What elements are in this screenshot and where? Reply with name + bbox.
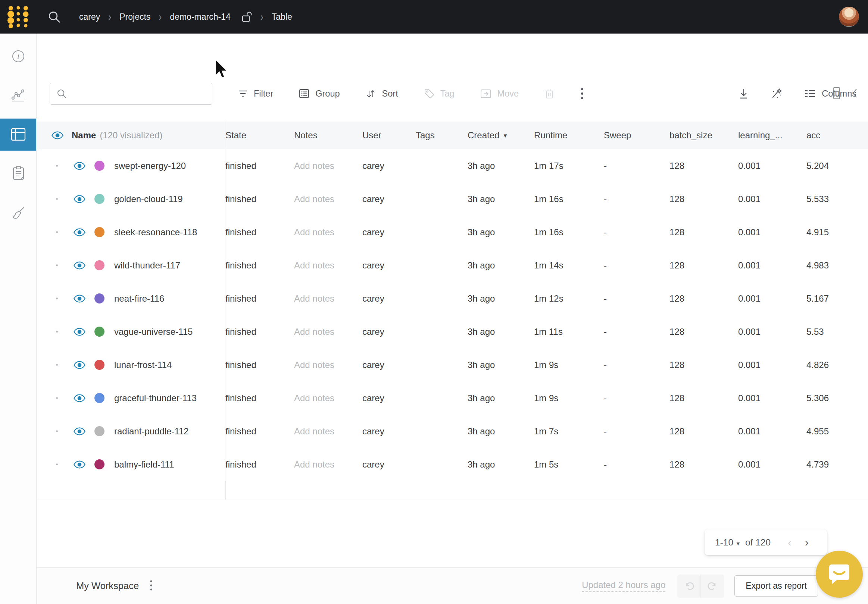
visibility-eye-icon[interactable] — [73, 328, 85, 336]
run-name[interactable]: lunar-frost-114 — [114, 360, 172, 370]
batch-size-column-header[interactable]: batch_size — [670, 130, 738, 141]
export-as-report-button[interactable]: Export as report — [735, 575, 818, 596]
run-name[interactable]: neat-fire-116 — [114, 294, 164, 304]
run-color-dot[interactable] — [95, 194, 104, 204]
filter-button[interactable]: Filter — [238, 89, 273, 99]
auto-columns-button[interactable] — [770, 87, 783, 100]
table-row[interactable]: wild-thunder-117 finished Add notes care… — [37, 249, 868, 282]
name-column-header[interactable]: Name (120 visualized) — [37, 122, 225, 149]
delete-button[interactable] — [544, 88, 555, 100]
run-add-notes[interactable]: Add notes — [294, 161, 362, 171]
run-name[interactable]: radiant-puddle-112 — [114, 426, 189, 437]
table-row[interactable]: vague-universe-115 finished Add notes ca… — [37, 315, 868, 348]
runs-search-box[interactable] — [50, 83, 212, 105]
table-row[interactable]: sleek-resonance-118 finished Add notes c… — [37, 216, 868, 249]
notes-column-header[interactable]: Notes — [294, 130, 362, 141]
run-add-notes[interactable]: Add notes — [294, 459, 362, 470]
run-color-dot[interactable] — [95, 294, 104, 303]
run-user[interactable]: carey — [362, 194, 416, 204]
table-row[interactable]: neat-fire-116 finished Add notes carey 3… — [37, 282, 868, 315]
run-name[interactable]: swept-energy-120 — [114, 161, 186, 171]
visibility-eye-icon[interactable] — [73, 427, 85, 436]
undo-button[interactable] — [677, 575, 701, 598]
drag-handle-dot[interactable] — [56, 165, 58, 167]
sort-button[interactable]: Sort — [365, 88, 398, 99]
visibility-eye-icon[interactable] — [51, 131, 64, 139]
breadcrumb-page[interactable]: Table — [272, 12, 292, 22]
run-name[interactable]: vague-universe-115 — [114, 327, 192, 337]
run-add-notes[interactable]: Add notes — [294, 294, 362, 304]
runtime-column-header[interactable]: Runtime — [534, 130, 604, 141]
drag-handle-dot[interactable] — [56, 397, 58, 399]
visibility-eye-icon[interactable] — [73, 460, 85, 469]
workspace-menu-button[interactable] — [149, 579, 153, 593]
visibility-eye-icon[interactable] — [73, 261, 85, 270]
user-column-header[interactable]: User — [362, 130, 416, 141]
run-add-notes[interactable]: Add notes — [294, 327, 362, 337]
drag-handle-dot[interactable] — [56, 231, 58, 233]
run-add-notes[interactable]: Add notes — [294, 227, 362, 238]
user-avatar[interactable] — [839, 7, 859, 27]
previous-page-chevron-icon[interactable]: ‹ — [788, 536, 792, 549]
next-page-chevron-icon[interactable]: › — [805, 536, 809, 549]
run-name[interactable]: graceful-thunder-113 — [114, 393, 197, 403]
run-user[interactable]: carey — [362, 426, 416, 437]
run-color-dot[interactable] — [95, 227, 104, 237]
run-color-dot[interactable] — [95, 327, 104, 337]
run-user[interactable]: carey — [362, 227, 416, 238]
columns-button[interactable]: Columns — [804, 88, 856, 99]
run-user[interactable]: carey — [362, 161, 416, 171]
run-color-dot[interactable] — [95, 459, 104, 470]
run-color-dot[interactable] — [95, 161, 104, 171]
run-name[interactable]: golden-cloud-119 — [114, 194, 183, 204]
run-user[interactable]: carey — [362, 360, 416, 370]
redo-button[interactable] — [701, 575, 724, 598]
move-button[interactable]: Move — [480, 88, 519, 99]
visibility-eye-icon[interactable] — [73, 228, 85, 236]
tag-button[interactable]: Tag — [423, 88, 454, 99]
drag-handle-dot[interactable] — [56, 463, 58, 465]
run-name[interactable]: wild-thunder-117 — [114, 260, 180, 271]
table-row[interactable]: graceful-thunder-113 finished Add notes … — [37, 382, 868, 415]
tags-column-header[interactable]: Tags — [416, 130, 468, 141]
drag-handle-dot[interactable] — [56, 331, 58, 332]
breadcrumb-entity[interactable]: carey — [79, 12, 100, 22]
table-row[interactable]: balmy-field-111 finished Add notes carey… — [37, 448, 868, 481]
global-search-button[interactable] — [47, 10, 61, 24]
visibility-eye-icon[interactable] — [73, 361, 85, 369]
table-row[interactable]: lunar-frost-114 finished Add notes carey… — [37, 348, 868, 382]
table-row[interactable]: golden-cloud-119 finished Add notes care… — [37, 182, 868, 216]
run-color-dot[interactable] — [95, 426, 104, 436]
last-updated-label[interactable]: Updated 2 hours ago — [582, 580, 665, 592]
group-button[interactable]: Group — [299, 88, 339, 99]
wandb-logo[interactable] — [0, 0, 37, 34]
run-user[interactable]: carey — [362, 260, 416, 271]
sidebar-item-overview[interactable]: i — [0, 48, 36, 65]
drag-handle-dot[interactable] — [56, 264, 58, 266]
run-add-notes[interactable]: Add notes — [294, 260, 362, 271]
run-user[interactable]: carey — [362, 393, 416, 403]
run-add-notes[interactable]: Add notes — [294, 194, 362, 204]
sidebar-item-runs-table[interactable] — [0, 119, 36, 151]
table-row[interactable]: radiant-puddle-112 finished Add notes ca… — [37, 415, 868, 448]
acc-column-header[interactable]: acc — [806, 130, 868, 141]
chat-support-button[interactable] — [816, 551, 863, 598]
visibility-eye-icon[interactable] — [73, 394, 85, 402]
visibility-eye-icon[interactable] — [73, 195, 85, 203]
learning-rate-column-header[interactable]: learning_... — [738, 130, 806, 141]
run-user[interactable]: carey — [362, 459, 416, 470]
drag-handle-dot[interactable] — [56, 298, 58, 300]
state-column-header[interactable]: State — [225, 130, 294, 141]
workspace-title[interactable]: My Workspace — [76, 581, 139, 591]
table-row[interactable]: swept-energy-120 finished Add notes care… — [37, 149, 868, 182]
sidebar-item-workspace-charts[interactable] — [0, 87, 36, 104]
drag-handle-dot[interactable] — [56, 430, 58, 432]
visibility-eye-icon[interactable] — [73, 295, 85, 303]
run-name[interactable]: balmy-field-111 — [114, 459, 174, 470]
more-actions-button[interactable] — [580, 87, 584, 100]
run-add-notes[interactable]: Add notes — [294, 393, 362, 403]
breadcrumb-projects[interactable]: Projects — [119, 12, 150, 22]
run-add-notes[interactable]: Add notes — [294, 360, 362, 370]
drag-handle-dot[interactable] — [56, 364, 58, 366]
sidebar-item-sweeps[interactable] — [0, 205, 36, 222]
